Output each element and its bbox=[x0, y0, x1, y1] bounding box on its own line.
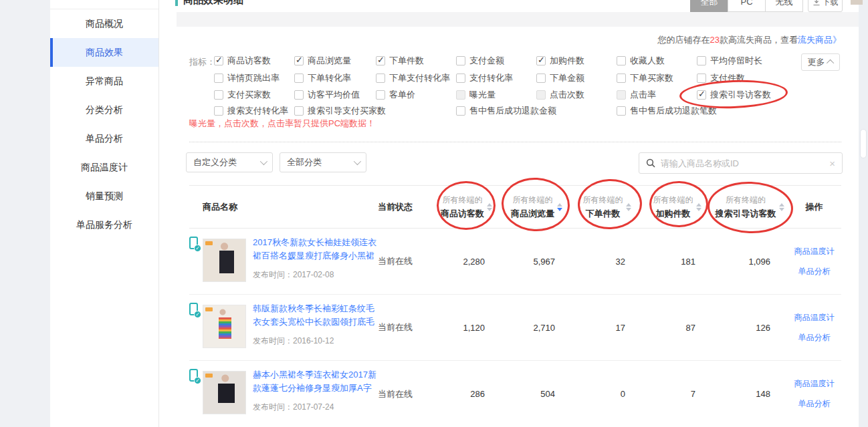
view-tab[interactable]: 无线 bbox=[765, 0, 803, 12]
checkbox-icon[interactable] bbox=[214, 106, 223, 116]
metric-checkbox-item[interactable]: 支付买家数 bbox=[214, 89, 271, 101]
metric-checkbox-item[interactable]: 曝光量 bbox=[456, 89, 496, 101]
checkbox-icon[interactable] bbox=[617, 56, 626, 65]
metric-checkbox-item[interactable]: 搜索支付转化率 bbox=[214, 105, 288, 117]
metric-checkbox-item[interactable]: 点击率 bbox=[617, 89, 656, 101]
checkbox-icon[interactable] bbox=[214, 56, 223, 65]
metric-checkbox-item[interactable]: 搜索引导访客数 bbox=[697, 89, 771, 101]
metric-checkbox-item[interactable]: 客单价 bbox=[376, 89, 415, 101]
checkbox-icon[interactable] bbox=[617, 106, 626, 116]
table-column-header-sortable[interactable]: 所有终端的 商品浏览量 bbox=[502, 194, 572, 220]
metric-checkbox-item[interactable]: 详情页跳出率 bbox=[214, 72, 280, 84]
row-action-link[interactable]: 单品分析 bbox=[798, 398, 831, 410]
row-action-link[interactable]: 单品分析 bbox=[798, 332, 831, 343]
sort-arrows-icon[interactable] bbox=[487, 203, 492, 211]
more-button[interactable]: 更多 bbox=[801, 53, 840, 71]
table-column-header-sortable[interactable]: 所有终端的 加购件数 bbox=[642, 194, 712, 220]
checkbox-icon[interactable] bbox=[294, 90, 304, 100]
row-action-link[interactable]: 单品分析 bbox=[798, 266, 831, 277]
product-title-link[interactable]: 赫本小黑裙冬季连衣裙女2017新款蓬蓬七分袖修身显瘦加厚A字 bbox=[253, 368, 377, 395]
sort-arrows-icon[interactable] bbox=[779, 203, 784, 211]
checkbox-icon[interactable] bbox=[456, 56, 465, 65]
checkbox-icon[interactable] bbox=[456, 106, 465, 116]
sort-asc-icon[interactable] bbox=[626, 203, 631, 206]
scrollbar-thumb[interactable] bbox=[860, 129, 867, 158]
metric-checkbox-item[interactable]: 加购件数 bbox=[536, 55, 584, 67]
sort-arrows-icon[interactable] bbox=[626, 203, 631, 211]
checkbox-icon[interactable] bbox=[536, 56, 546, 65]
sidebar-item-4[interactable]: 单品分析 bbox=[50, 124, 158, 153]
checkbox-icon[interactable] bbox=[214, 74, 223, 83]
metric-checkbox-item[interactable]: 商品浏览量 bbox=[294, 55, 351, 67]
clear-search-icon[interactable]: × bbox=[829, 158, 835, 169]
sort-desc-icon[interactable] bbox=[696, 208, 701, 211]
sort-desc-icon[interactable] bbox=[557, 208, 562, 211]
sidebar-item-6[interactable]: 销量预测 bbox=[50, 182, 158, 210]
checkbox-icon[interactable] bbox=[697, 74, 706, 83]
metric-checkbox-item[interactable]: 商品访客数 bbox=[214, 55, 271, 67]
metric-checkbox-item[interactable]: 点击次数 bbox=[536, 89, 584, 101]
metric-checkbox-item[interactable]: 下单金额 bbox=[536, 72, 584, 84]
loss-products-link[interactable]: 流失商品》 bbox=[798, 35, 841, 45]
checkbox-icon[interactable] bbox=[617, 90, 626, 100]
metric-checkbox-item[interactable]: 下单转化率 bbox=[294, 72, 351, 84]
checkbox-icon[interactable] bbox=[294, 74, 304, 83]
download-button[interactable]: 下载 bbox=[808, 0, 843, 12]
product-title-link[interactable]: 韩版新款秋冬季长袖彩虹条纹毛衣女套头宽松中长款圆领打底毛 bbox=[253, 302, 377, 329]
sidebar-item-2[interactable]: 异常商品 bbox=[50, 67, 158, 96]
checkbox-icon[interactable] bbox=[617, 74, 626, 83]
row-action-link[interactable]: 商品温度计 bbox=[794, 312, 835, 323]
product-thumbnail[interactable] bbox=[203, 305, 246, 348]
checkbox-icon[interactable] bbox=[376, 74, 385, 83]
metric-checkbox-item[interactable]: 售中售后成功退款笔数 bbox=[617, 105, 717, 117]
checkbox-icon[interactable] bbox=[536, 90, 546, 100]
sidebar-item-1[interactable]: 商品效果 bbox=[50, 38, 158, 67]
product-title-link[interactable]: 2017秋冬新款女长袖娃娃领连衣裙百搭名媛显瘦打底修身小黑裙 bbox=[253, 236, 377, 263]
table-column-header-sortable[interactable]: 所有终端的 商品访客数 bbox=[431, 194, 502, 220]
sidebar-item-5[interactable]: 商品温度计 bbox=[50, 153, 158, 182]
metric-checkbox-item[interactable]: 访客平均价值 bbox=[294, 89, 360, 101]
checkbox-icon[interactable] bbox=[456, 74, 465, 83]
checkbox-icon[interactable] bbox=[376, 90, 385, 100]
view-tab[interactable]: 全部 bbox=[690, 0, 728, 12]
table-column-header-sortable[interactable]: 所有终端的 搜索引导访客数 bbox=[712, 194, 787, 220]
sort-desc-icon[interactable] bbox=[779, 208, 784, 211]
metric-checkbox-item[interactable]: 支付金额 bbox=[456, 55, 504, 67]
checkbox-icon[interactable] bbox=[697, 56, 706, 65]
search-input[interactable] bbox=[661, 158, 824, 168]
checkbox-icon[interactable] bbox=[697, 90, 706, 100]
all-category-select[interactable]: 全部分类 bbox=[280, 152, 366, 172]
sort-asc-icon[interactable] bbox=[557, 203, 562, 206]
checkbox-icon[interactable] bbox=[294, 106, 304, 116]
sidebar-item-3[interactable]: 分类分析 bbox=[50, 96, 158, 124]
table-column-header-sortable[interactable]: 所有终端的 下单件数 bbox=[572, 194, 642, 220]
metric-checkbox-item[interactable]: 支付转化率 bbox=[456, 72, 513, 84]
sidebar-item-7[interactable]: 单品服务分析 bbox=[50, 210, 158, 239]
sort-desc-icon[interactable] bbox=[487, 208, 492, 211]
checkbox-icon[interactable] bbox=[294, 56, 304, 65]
checkbox-icon[interactable] bbox=[456, 90, 465, 100]
product-thumbnail[interactable] bbox=[203, 371, 246, 414]
view-tab[interactable]: PC bbox=[728, 0, 766, 12]
metric-checkbox-item[interactable]: 支付件数 bbox=[697, 72, 745, 84]
metric-checkbox-item[interactable]: 搜索引导支付买家数 bbox=[294, 105, 386, 117]
sort-desc-icon[interactable] bbox=[626, 208, 631, 211]
metric-checkbox-item[interactable]: 售中售后成功退款金额 bbox=[456, 105, 556, 117]
sort-asc-icon[interactable] bbox=[487, 203, 492, 206]
checkbox-icon[interactable] bbox=[214, 90, 223, 100]
custom-category-select[interactable]: 自定义分类 bbox=[186, 152, 273, 172]
checkbox-icon[interactable] bbox=[376, 56, 385, 65]
sidebar-item-0[interactable]: 商品概况 bbox=[50, 9, 158, 38]
sort-asc-icon[interactable] bbox=[779, 203, 784, 206]
metric-checkbox-item[interactable]: 下单支付转化率 bbox=[376, 72, 450, 84]
product-thumbnail[interactable] bbox=[203, 239, 246, 282]
sort-asc-icon[interactable] bbox=[696, 203, 701, 206]
checkbox-icon[interactable] bbox=[536, 74, 546, 83]
sort-arrows-icon[interactable] bbox=[557, 203, 562, 211]
row-action-link[interactable]: 商品温度计 bbox=[794, 246, 835, 257]
row-action-link[interactable]: 商品温度计 bbox=[794, 378, 835, 390]
metric-checkbox-item[interactable]: 下单买家数 bbox=[617, 72, 673, 84]
sort-arrows-icon[interactable] bbox=[696, 203, 701, 211]
metric-checkbox-item[interactable]: 下单件数 bbox=[376, 55, 424, 67]
metric-checkbox-item[interactable]: 收藏人数 bbox=[617, 55, 665, 67]
